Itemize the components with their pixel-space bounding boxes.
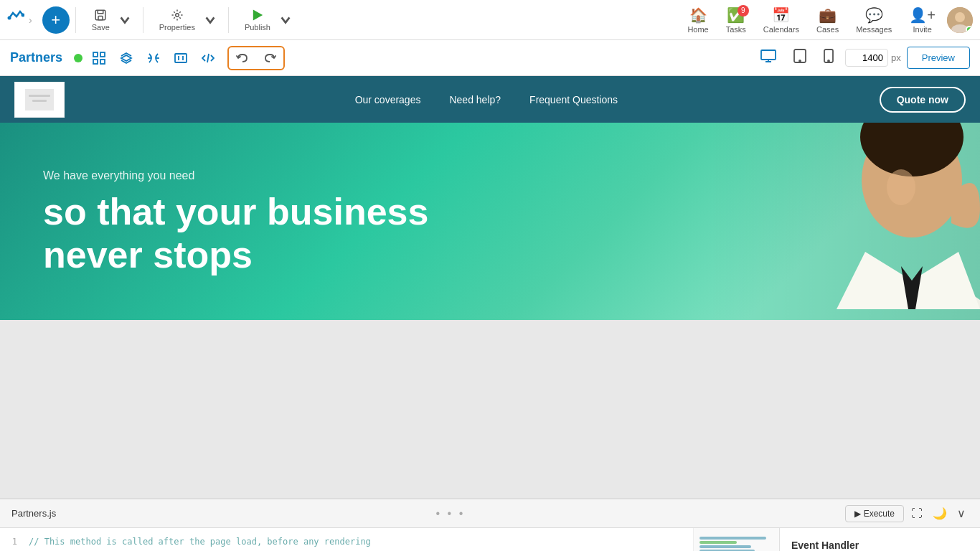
hero-content: We have everything you need so that your…	[43, 169, 428, 277]
tasks-badge: 9	[738, 5, 749, 17]
divider-2	[143, 7, 143, 33]
svg-rect-3	[98, 16, 103, 19]
page-title: Partners	[10, 50, 62, 65]
code-button[interactable]	[197, 47, 219, 69]
mobile-view-button[interactable]	[818, 44, 839, 71]
nav-messages[interactable]: 💬 Messages	[850, 4, 897, 37]
execute-button[interactable]: ▶ Execute	[845, 505, 904, 522]
code-panel-body: 1 // This method is called after the pag…	[0, 528, 980, 551]
grid-view-button[interactable]	[88, 47, 110, 69]
site-hero: We have everything you need so that your…	[0, 123, 980, 320]
code-minimap	[693, 528, 779, 551]
nav-cases[interactable]: 💼 Cases	[811, 4, 844, 37]
collapse-button[interactable]: ∨	[954, 504, 969, 523]
svg-rect-20	[29, 95, 50, 97]
svg-marker-5	[254, 11, 262, 19]
avatar-online-dot	[966, 26, 973, 33]
redo-button[interactable]	[256, 47, 283, 69]
code-panel-header: Partners.js • • • ▶ Execute ⛶ 🌙 ∨	[0, 499, 980, 528]
svg-point-7	[955, 12, 965, 22]
px-label: px	[891, 52, 901, 63]
canvas-area: Our coverages Need help? Frequent Questi…	[0, 76, 980, 498]
expand-code-button[interactable]: ⛶	[908, 504, 925, 523]
calendars-icon: 📅	[772, 6, 790, 24]
nav-invite[interactable]: 👤+ Invite	[903, 4, 941, 37]
properties-dropdown-button[interactable]	[202, 9, 218, 31]
code-filename: Partners.js	[11, 508, 56, 519]
variables-button[interactable]	[143, 47, 164, 69]
nav-calendars[interactable]: 📅 Calendars	[758, 4, 805, 37]
second-toolbar: Partners	[0, 40, 980, 76]
code-line: 1 // This method is called after the pag…	[0, 535, 693, 550]
properties-button[interactable]: Properties	[154, 4, 201, 36]
publish-dropdown-button[interactable]	[278, 9, 293, 31]
publish-group: Publish	[239, 4, 293, 36]
top-right-nav: 🏠 Home ✅ Tasks 9 📅 Calendars 💼 Cases 💬 M…	[682, 4, 973, 37]
save-button[interactable]: Save	[86, 4, 116, 36]
invite-icon: 👤+	[909, 6, 936, 24]
desktop-view-button[interactable]	[755, 45, 782, 70]
user-avatar[interactable]	[947, 7, 973, 33]
nav-tasks[interactable]: ✅ Tasks 9	[720, 4, 752, 37]
svg-point-4	[176, 13, 179, 17]
divider-1	[75, 7, 76, 33]
svg-rect-14	[761, 50, 776, 60]
nav-coverage-link[interactable]: Our coverages	[355, 94, 421, 105]
add-button[interactable]: +	[42, 6, 70, 34]
site-navbar: Our coverages Need help? Frequent Questi…	[0, 76, 980, 123]
cases-icon: 💼	[819, 6, 837, 24]
code-panel-actions: ▶ Execute ⛶ 🌙 ∨	[845, 504, 969, 523]
brand-icon	[7, 9, 24, 31]
nav-home[interactable]: 🏠 Home	[682, 4, 714, 37]
hero-title: so that your businessnever stops	[43, 191, 428, 277]
nav-faq-link[interactable]: Frequent Questions	[529, 94, 618, 105]
svg-point-16	[799, 60, 801, 62]
responsive-button[interactable]	[170, 47, 192, 69]
nav-help-link[interactable]: Need help?	[449, 94, 501, 105]
code-editor[interactable]: 1 // This method is called after the pag…	[0, 528, 693, 551]
width-input[interactable]	[845, 49, 888, 67]
event-handler-sidebar: Event Handler onInit() onInit() afterVie…	[779, 528, 980, 551]
svg-point-25	[887, 169, 915, 205]
save-dropdown-button[interactable]	[117, 9, 133, 31]
svg-rect-9	[93, 52, 98, 57]
hero-subtitle: We have everything you need	[43, 169, 428, 182]
undo-redo-group	[227, 46, 285, 70]
svg-rect-13	[175, 54, 187, 62]
messages-icon: 💬	[865, 6, 883, 24]
site-logo	[14, 82, 65, 118]
svg-point-18	[828, 60, 829, 62]
execute-play-icon: ▶	[854, 509, 861, 519]
top-toolbar: › + Save Properties	[0, 0, 980, 40]
site-preview: Our coverages Need help? Frequent Questi…	[0, 76, 980, 320]
site-nav-links: Our coverages Need help? Frequent Questi…	[93, 94, 880, 105]
tablet-view-button[interactable]	[788, 44, 812, 71]
svg-rect-12	[100, 60, 105, 64]
preview-button[interactable]: Preview	[907, 47, 970, 69]
save-group: Save	[86, 4, 133, 36]
layers-button[interactable]	[116, 47, 137, 69]
undo-button[interactable]	[229, 47, 256, 69]
code-panel-dots: • • •	[62, 507, 839, 520]
hero-image	[707, 123, 980, 320]
svg-rect-21	[32, 100, 47, 102]
dark-mode-button[interactable]: 🌙	[930, 504, 950, 523]
event-handler-title: Event Handler	[791, 540, 969, 551]
site-quote-button[interactable]: Quote now	[880, 87, 966, 113]
publish-button[interactable]: Publish	[239, 4, 276, 36]
svg-point-0	[8, 16, 11, 19]
page-status-dot[interactable]	[74, 54, 83, 62]
properties-group: Properties	[154, 4, 218, 36]
divider-3	[228, 7, 229, 33]
width-input-group: px	[845, 49, 901, 67]
breadcrumb-arrow: ›	[29, 14, 32, 26]
svg-rect-2	[95, 10, 105, 20]
brand-area: ›	[7, 9, 32, 31]
home-icon: 🏠	[689, 6, 707, 24]
code-panel: Partners.js • • • ▶ Execute ⛶ 🌙 ∨ 1 // T…	[0, 498, 980, 551]
svg-rect-10	[100, 52, 105, 57]
svg-rect-11	[93, 60, 98, 64]
